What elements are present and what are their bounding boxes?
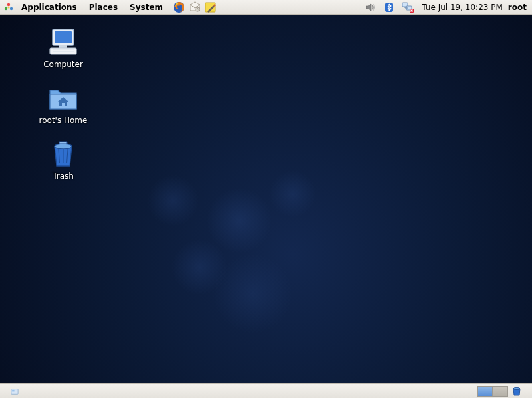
trash-applet[interactable] (511, 385, 523, 397)
workspace-1[interactable] (478, 387, 493, 396)
panel-grip[interactable] (3, 387, 7, 396)
system-menu[interactable]: System (124, 1, 168, 13)
svg-rect-21 (11, 389, 18, 394)
workspace-2[interactable] (493, 387, 507, 396)
computer-icon (47, 28, 79, 57)
main-menu-bar: Applications Places System (0, 1, 168, 13)
svg-point-3 (7, 6, 9, 8)
workspace-switcher[interactable] (477, 386, 508, 397)
desktop-icon-label: Trash (53, 171, 74, 181)
mail-launcher[interactable] (188, 1, 201, 14)
desktop-icon-computer[interactable]: Computer (27, 28, 100, 69)
desktop-icon-home[interactable]: root's Home (27, 84, 100, 125)
launcher-area (168, 1, 217, 14)
trash-icon (47, 140, 79, 169)
desktop-icon-label: root's Home (39, 116, 88, 125)
svg-point-2 (10, 7, 13, 9)
svg-point-17 (55, 144, 72, 149)
desktop-icons-area: Computer root's Home (27, 28, 100, 181)
desktop-icon-trash[interactable]: Trash (27, 140, 100, 181)
applications-menu[interactable]: Applications (16, 1, 82, 13)
clock[interactable]: Tue Jul 19, 10:23 PM (418, 3, 507, 12)
notes-launcher[interactable] (204, 1, 217, 14)
volume-icon[interactable] (364, 1, 376, 13)
home-folder-icon (47, 84, 79, 113)
top-panel: Applications Places System (0, 0, 532, 15)
bottom-panel-left (3, 386, 19, 397)
distro-logo-icon[interactable] (3, 1, 15, 13)
user-menu[interactable]: root (507, 3, 532, 12)
network-icon[interactable] (402, 1, 414, 13)
firefox-launcher[interactable] (172, 1, 186, 14)
svg-rect-12 (55, 31, 72, 43)
svg-rect-14 (50, 48, 76, 54)
places-menu[interactable]: Places (84, 1, 123, 13)
svg-point-23 (513, 387, 520, 389)
svg-point-1 (5, 7, 7, 9)
show-desktop-button[interactable] (11, 386, 19, 397)
system-tray (364, 1, 418, 13)
desktop[interactable]: Computer root's Home (0, 15, 532, 383)
desktop-icon-label: Computer (43, 60, 83, 69)
panel-grip[interactable] (525, 387, 529, 396)
bottom-panel (0, 383, 532, 398)
bottom-panel-right (477, 385, 529, 397)
svg-rect-22 (12, 389, 14, 391)
svg-point-0 (7, 3, 10, 5)
bluetooth-icon[interactable] (383, 1, 395, 13)
